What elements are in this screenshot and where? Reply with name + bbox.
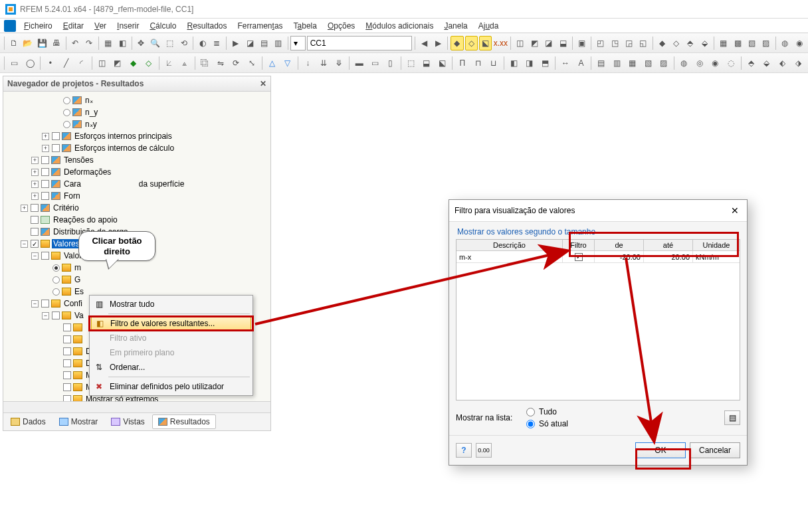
ctx-eliminar[interactable]: ✖Eliminar definidos pelo utilizador xyxy=(91,379,251,394)
cell-filtro-checkbox[interactable]: ✓ xyxy=(563,251,595,263)
tb-small-combo[interactable]: ▾ xyxy=(290,36,305,50)
checkbox[interactable] xyxy=(31,204,39,212)
tree-confi[interactable]: Confi xyxy=(62,299,84,308)
tb-e-icon[interactable]: ▣ xyxy=(575,36,588,50)
t2-o-icon[interactable]: ⬒ xyxy=(538,56,553,70)
t2-load3-icon[interactable]: ⤋ xyxy=(332,56,347,70)
checkbox[interactable] xyxy=(52,311,60,319)
collapse-icon[interactable]: − xyxy=(21,240,28,248)
radio-icon[interactable] xyxy=(63,97,70,104)
menu-opcoes[interactable]: Opções xyxy=(324,20,359,32)
tb-print-icon[interactable]: 🖶 xyxy=(50,36,62,50)
t2-a-icon[interactable]: ◫ xyxy=(94,56,109,70)
tab-resultados[interactable]: Resultados xyxy=(152,414,216,429)
t2-lasso-icon[interactable]: ◯ xyxy=(23,56,37,70)
collapse-icon[interactable]: − xyxy=(31,300,39,308)
tb-move-icon[interactable]: ✥ xyxy=(135,36,148,50)
t2-sup-icon[interactable]: △ xyxy=(265,56,280,70)
checkbox[interactable] xyxy=(41,192,49,200)
t2-ab-icon[interactable]: ⬗ xyxy=(791,56,805,70)
tree-va[interactable]: Va xyxy=(73,311,85,320)
t2-i-icon[interactable]: ⬕ xyxy=(435,56,450,70)
tree-tensoes[interactable]: Tensões xyxy=(62,155,95,165)
t2-v-icon[interactable]: ◎ xyxy=(692,56,707,70)
checkbox-checked[interactable] xyxy=(31,240,39,248)
t2-solid3-icon[interactable]: ▯ xyxy=(383,56,398,70)
t2-y-icon[interactable]: ⬘ xyxy=(744,56,759,70)
tb-deform3-icon[interactable]: ⬕ xyxy=(479,36,492,50)
tb-r-icon[interactable]: ◍ xyxy=(778,36,791,50)
checkbox[interactable] xyxy=(41,300,49,308)
tree-nxy[interactable]: nₓy xyxy=(84,120,98,129)
tb-deform-icon[interactable]: ◆ xyxy=(451,36,463,50)
radio-icon[interactable] xyxy=(52,288,60,296)
t2-u-icon[interactable]: ◍ xyxy=(677,56,692,70)
expand-icon[interactable]: + xyxy=(42,145,49,152)
tb-h-icon[interactable]: ◲ xyxy=(623,36,635,50)
tb-calc-icon[interactable]: ▶ xyxy=(229,36,242,50)
cell-ate[interactable]: 20.00 xyxy=(644,251,693,263)
t2-mirror-icon[interactable]: ⇋ xyxy=(213,56,228,70)
t2-c-icon[interactable]: ◆ xyxy=(126,56,141,70)
tb-f-icon[interactable]: ◰ xyxy=(594,36,607,50)
t2-p-icon[interactable]: ▤ xyxy=(594,56,609,70)
tree-reacoes[interactable]: Reações do apoio xyxy=(52,215,119,224)
tb-k-icon[interactable]: ◇ xyxy=(670,36,682,50)
tree-nx[interactable]: nₓ xyxy=(84,96,94,105)
dialog-close-icon[interactable]: ✕ xyxy=(728,204,742,217)
t2-line-icon[interactable]: ╱ xyxy=(58,56,73,70)
t2-solid-icon[interactable]: ▬ xyxy=(352,56,367,70)
menu-janela[interactable]: Janela xyxy=(440,20,471,32)
t2-h-icon[interactable]: ⬓ xyxy=(419,56,434,70)
tb-j-icon[interactable]: ◆ xyxy=(655,36,668,50)
t2-d-icon[interactable]: ◇ xyxy=(142,56,156,70)
tree-cara[interactable]: Cara da superfície xyxy=(62,179,185,189)
tb-zoom-window-icon[interactable]: ⬚ xyxy=(163,36,176,50)
tree-deform[interactable]: Deformações xyxy=(62,167,112,177)
tree-m[interactable]: m xyxy=(73,263,82,272)
expand-icon[interactable]: + xyxy=(31,169,39,176)
t2-l-icon[interactable]: ⊔ xyxy=(486,56,501,70)
t2-select-icon[interactable]: ▭ xyxy=(7,56,22,70)
tb-new-icon[interactable]: 🗋 xyxy=(7,36,20,50)
t2-n-icon[interactable]: ◨ xyxy=(522,56,537,70)
t2-x-icon[interactable]: ◌ xyxy=(724,56,738,70)
t2-aa-icon[interactable]: ⬖ xyxy=(775,56,790,70)
menu-editar[interactable]: Editar xyxy=(59,20,88,32)
t2-g-icon[interactable]: ⬚ xyxy=(404,56,419,70)
tb-results-icon[interactable]: ◪ xyxy=(243,36,256,50)
tb-save-icon[interactable]: 💾 xyxy=(36,36,49,50)
t2-w-icon[interactable]: ◉ xyxy=(708,56,723,70)
tb-open-icon[interactable]: 📂 xyxy=(21,36,34,50)
tree-es[interactable]: Es xyxy=(73,287,85,296)
menu-ver[interactable]: Ver xyxy=(90,20,110,32)
tab-dados[interactable]: Dados xyxy=(5,414,52,429)
menu-ajuda[interactable]: Ajuda xyxy=(474,20,503,32)
tb-n-icon[interactable]: ▦ xyxy=(717,36,730,50)
tb-layers-icon[interactable]: ≣ xyxy=(211,36,223,50)
tb-prev-icon[interactable]: ◀ xyxy=(417,36,430,50)
tb-undo-icon[interactable]: ↶ xyxy=(68,36,81,50)
checkbox[interactable] xyxy=(52,144,60,152)
checkbox[interactable] xyxy=(63,347,71,355)
collapse-icon[interactable]: − xyxy=(42,312,49,319)
t2-e-icon[interactable]: ⟀ xyxy=(162,56,177,70)
t2-r-icon[interactable]: ▦ xyxy=(625,56,640,70)
menu-resultados[interactable]: Resultados xyxy=(183,20,231,32)
tab-mostrar[interactable]: Mostrar xyxy=(53,414,104,429)
t2-copy-icon[interactable]: ⿻ xyxy=(198,56,213,70)
t2-q-icon[interactable]: ▥ xyxy=(610,56,625,70)
checkbox[interactable] xyxy=(31,216,39,224)
t2-m-icon[interactable]: ◧ xyxy=(507,56,522,70)
menu-tabela[interactable]: Tabela xyxy=(290,20,321,32)
tb-zoom-prev-icon[interactable]: ⟲ xyxy=(177,36,190,50)
cell-desc[interactable]: m-x xyxy=(456,251,563,263)
t2-sup2-icon[interactable]: ▽ xyxy=(280,56,295,70)
t2-rotate-icon[interactable]: ⟳ xyxy=(229,56,244,70)
checkbox[interactable] xyxy=(52,132,60,140)
grid-row-mx[interactable]: m-x ✓ -20.00 20.00 kNm/m xyxy=(456,251,740,263)
panel-close-icon[interactable]: ✕ xyxy=(260,79,266,88)
cell-de[interactable]: -20.00 xyxy=(595,251,644,263)
tb-s-icon[interactable]: ◉ xyxy=(793,36,805,50)
checkbox[interactable] xyxy=(63,335,71,343)
